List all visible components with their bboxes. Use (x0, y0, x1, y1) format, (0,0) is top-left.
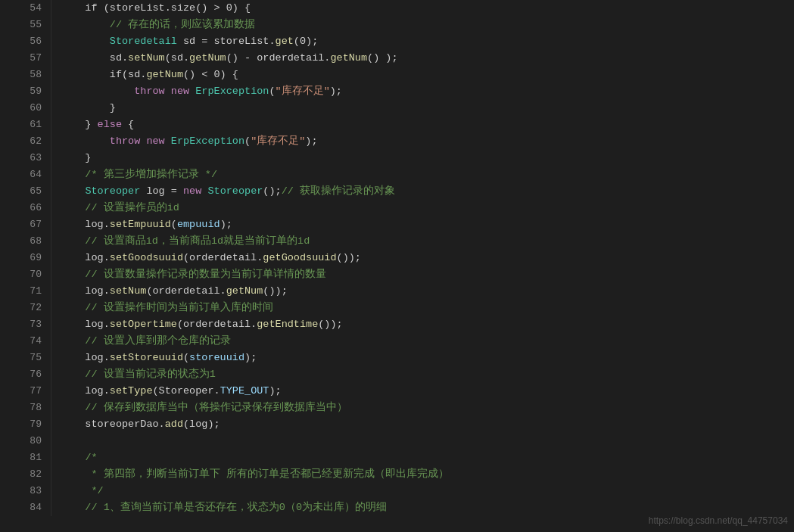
code-line-content: */ (51, 483, 794, 499)
watermark: https://blog.csdn.net/qq_44757034 (649, 515, 788, 526)
line-number: 74 (0, 333, 51, 350)
table-row: 82 * 第四部，判断当前订单下 所有的订单是否都已经更新完成（即出库完成） (0, 466, 794, 483)
token-plain: ()); (318, 319, 342, 330)
table-row: 75 log.setStoreuuid(storeuuid); (0, 350, 794, 366)
table-row: 74 // 设置入库到那个仓库的记录 (0, 333, 794, 350)
token-fn: getNum (189, 52, 226, 64)
code-line-content: Storeoper log = new Storeoper();// 获取操作记… (51, 183, 794, 200)
line-number: 71 (0, 283, 51, 300)
token-fn: getNum (146, 69, 183, 80)
token-plain: ( (244, 135, 251, 147)
line-number: 64 (0, 166, 51, 183)
token-plain: } (61, 102, 116, 114)
table-row: 76 // 设置当前记录的状态为1 (0, 366, 794, 383)
code-line-content (51, 433, 794, 450)
token-kw: new (146, 135, 164, 147)
token-comment: /* 第三步增加操作记录 */ (61, 169, 217, 180)
token-plain: if(sd. (61, 69, 146, 80)
line-number: 83 (0, 483, 51, 499)
line-number: 77 (0, 383, 51, 400)
table-row: 56 Storedetail sd = storeList.get(0); (0, 33, 794, 50)
table-row: 55 // 存在的话，则应该累加数据 (0, 17, 794, 33)
token-plain: ); (269, 385, 281, 397)
token-comment: /* (85, 452, 97, 463)
code-line-content: throw new ErpException("库存不足"); (51, 133, 794, 150)
code-line-content: log.setGoodsuuid(orderdetail.getGoodsuui… (51, 250, 794, 266)
token-plain: () < 0) { (183, 69, 238, 80)
token-plain: (Storeoper. (153, 385, 220, 397)
token-fn: setOpertime (110, 319, 177, 330)
token-plain: sd = storeList. (177, 36, 276, 47)
line-number: 60 (0, 100, 51, 117)
line-number: 73 (0, 316, 51, 333)
table-row: 70 // 设置数量操作记录的数量为当前订单详情的数量 (0, 266, 794, 283)
token-plain: { (122, 119, 134, 130)
code-line-content: log.setOpertime(orderdetail.getEndtime()… (51, 316, 794, 333)
line-number: 80 (0, 433, 51, 450)
code-line-content: log.setNum(orderdetail.getNum()); (51, 283, 794, 300)
table-row: 54 if (storeList.size() > 0) { (0, 0, 794, 17)
token-fn: setNum (128, 52, 165, 64)
code-line-content: // 设置数量操作记录的数量为当前订单详情的数量 (51, 266, 794, 283)
table-row: 58 if(sd.getNum() < 0) { (0, 67, 794, 83)
token-str: "库存不足" (276, 86, 330, 97)
token-plain: log. (61, 252, 110, 263)
token-type: Storeoper (85, 185, 140, 197)
token-plain: (0); (294, 36, 318, 47)
code-line-content: // 保存到数据库当中（将操作记录保存到数据库当中） (51, 400, 794, 416)
code-line-content: // 设置操作时间为当前订单入库的时间 (51, 300, 794, 316)
token-str: "库存不足" (251, 135, 305, 147)
token-comment: // 设置操作员的id (61, 202, 179, 213)
code-line-content: log.setType(Storeoper.TYPE_OUT); (51, 383, 794, 400)
token-plain: ); (330, 86, 342, 97)
code-line-content: } else { (51, 117, 794, 133)
token-comment: // 设置数量操作记录的数量为当前订单详情的数量 (61, 269, 326, 280)
token-fn: getGoodsuuid (263, 252, 336, 263)
code-line-content: if (storeList.size() > 0) { (51, 0, 794, 17)
table-row: 78 // 保存到数据库当中（将操作记录保存到数据库当中） (0, 400, 794, 416)
code-line-content: // 设置商品id，当前商品id就是当前订单的id (51, 233, 794, 250)
token-fn: setEmpuuid (110, 219, 171, 230)
code-line-content: } (51, 150, 794, 166)
code-line-content: sd.setNum(sd.getNum() - orderdetail.getN… (51, 50, 794, 67)
token-plain: (orderdetail. (183, 252, 263, 263)
token-plain: log. (61, 319, 110, 330)
code-table: 54 if (storeList.size() > 0) {55 // 存在的话… (0, 0, 794, 516)
table-row: 81 /* (0, 450, 794, 466)
token-plain: log. (61, 285, 110, 297)
token-plain: () ); (367, 52, 398, 64)
line-number: 78 (0, 400, 51, 416)
line-number: 67 (0, 216, 51, 233)
table-row: 63 } (0, 150, 794, 166)
token-plain: (sd. (165, 52, 189, 64)
token-plain (61, 452, 85, 463)
token-kw: throw (110, 135, 141, 147)
token-plain: log. (61, 385, 110, 397)
token-fn: setGoodsuuid (110, 252, 183, 263)
line-number: 70 (0, 266, 51, 283)
line-number: 82 (0, 466, 51, 483)
token-comment: // 设置当前记录的状态为1 (61, 369, 216, 380)
table-row: 61 } else { (0, 117, 794, 133)
table-row: 64 /* 第三步增加操作记录 */ (0, 166, 794, 183)
token-kw: throw (134, 86, 165, 97)
table-row: 60 } (0, 100, 794, 117)
code-line-content: /* 第三步增加操作记录 */ (51, 166, 794, 183)
token-var: empuuid (177, 219, 220, 230)
code-line-content: // 1、查询当前订单是否还存在，状态为0（0为未出库）的明细 (51, 499, 794, 516)
code-line-content: // 设置入库到那个仓库的记录 (51, 333, 794, 350)
token-fn: setNum (110, 285, 147, 297)
token-plain: storeoperDao. (61, 418, 165, 430)
line-number: 63 (0, 150, 51, 166)
token-fn: getNum (330, 52, 367, 64)
code-line-content: Storedetail sd = storeList.get(0); (51, 33, 794, 50)
token-plain (165, 135, 171, 147)
line-number: 76 (0, 366, 51, 383)
table-row: 79 storeoperDao.add(log); (0, 416, 794, 433)
token-comment: // 设置入库到那个仓库的记录 (61, 335, 231, 347)
code-line-content: storeoperDao.add(log); (51, 416, 794, 433)
token-comment: */ (61, 485, 104, 496)
token-plain: ()); (337, 252, 361, 263)
token-comment: // 获取操作记录的对象 (282, 185, 395, 197)
line-number: 72 (0, 300, 51, 316)
